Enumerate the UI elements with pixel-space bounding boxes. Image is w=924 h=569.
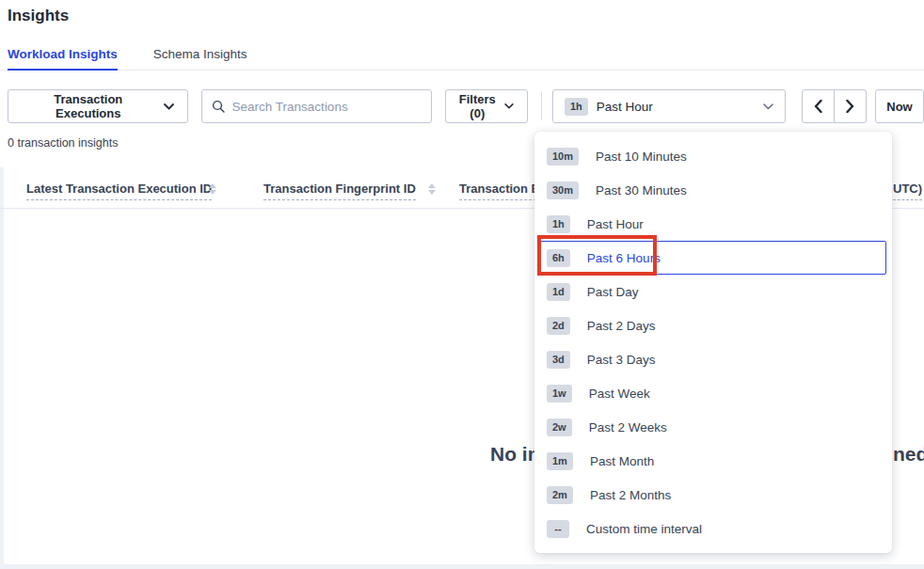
tab-schema-insights[interactable]: Schema Insights [153,41,247,71]
time-interval-option-badge: 2w [547,419,572,436]
column-header-latest-transaction-execution-id[interactable]: Latest Transaction Execution ID [26,182,212,200]
insights-count: 0 transaction insights [8,136,118,150]
page-title: Insights [8,7,69,25]
column-header-utc-truncated[interactable]: UTC) [893,182,922,200]
time-interval-option-6h[interactable]: 6h Past 6 Hours [540,241,886,275]
view-selector-dropdown[interactable]: Transaction Executions [8,89,188,123]
time-interval-option-label: Past 10 Minutes [596,150,687,164]
chevron-left-icon [814,100,822,113]
time-interval-option-10m[interactable]: 10m Past 10 Minutes [540,139,886,173]
time-picker-dropdown[interactable]: 1h Past Hour [552,89,786,123]
time-interval-option-badge: 1m [547,452,573,470]
search-input[interactable] [232,100,422,114]
time-interval-option-badge: 1w [547,385,572,403]
now-button[interactable]: Now [875,89,924,123]
time-interval-option-custom[interactable]: -- Custom time interval [540,512,886,545]
time-interval-option-1h[interactable]: 1h Past Hour [540,207,886,241]
time-interval-option-label: Past Month [590,454,654,468]
time-interval-option-1m[interactable]: 1m Past Month [540,444,886,478]
tab-workload-insights[interactable]: Workload Insights [8,41,118,71]
chevron-right-icon [846,100,854,113]
time-interval-option-2m[interactable]: 2m Past 2 Months [540,478,886,512]
page-edge-strip [0,167,4,569]
time-range-pager [802,89,867,123]
time-interval-option-badge: 6h [547,249,570,267]
time-interval-option-label: Past Hour [587,217,644,231]
time-interval-option-2d[interactable]: 2d Past 2 Days [540,308,886,342]
time-interval-option-badge: 1d [547,283,570,301]
time-interval-option-2w[interactable]: 2w Past 2 Weeks [540,410,886,444]
column-header-transaction-fingerprint-id[interactable]: Transaction Fingerprint ID [263,182,416,200]
view-selector-label: Transaction Executions [22,92,155,120]
page-bottom-strip [0,564,924,569]
time-interval-option-1w[interactable]: 1w Past Week [540,376,886,410]
time-interval-option-30m[interactable]: 30m Past 30 Minutes [540,173,886,207]
column-header-transaction-execution-truncated[interactable]: Transaction Ex [459,182,546,200]
search-icon [212,100,225,113]
time-next-button[interactable] [834,89,867,123]
time-interval-option-label: Past 2 Weeks [589,420,667,435]
time-prev-button[interactable] [802,89,835,123]
time-interval-option-label: Past 30 Minutes [596,183,687,198]
time-interval-option-badge: 30m [547,182,579,199]
toolbar: Transaction Executions Filters (0) 1h Pa… [8,89,924,123]
time-interval-option-label: Past 3 Days [587,353,656,367]
filters-label: Filters (0) [459,92,496,120]
sort-icon[interactable] [428,183,436,195]
time-interval-dropdown-menu: 10m Past 10 Minutes 30m Past 30 Minutes … [534,132,892,553]
search-transactions-box [201,89,432,123]
toolbar-divider [541,92,542,120]
time-interval-option-badge: 2d [547,317,570,335]
chevron-down-icon [763,103,773,110]
time-interval-option-badge: 1h [547,215,570,233]
filters-button[interactable]: Filters (0) [445,89,528,123]
time-interval-option-label: Past Week [589,387,650,401]
empty-state-text-fragment-right: ned. [893,443,924,466]
time-interval-option-badge: 3d [547,351,570,369]
time-interval-label: Past Hour [597,100,653,114]
time-interval-option-label: Past 2 Months [590,488,671,502]
time-interval-option-3d[interactable]: 3d Past 3 Days [540,342,886,376]
time-interval-option-label: Past 2 Days [587,319,656,333]
time-interval-option-badge: 10m [547,148,579,166]
chevron-down-icon [504,103,514,109]
time-interval-option-label: Past Day [587,285,639,299]
tab-bar: Workload Insights Schema Insights [0,41,924,71]
time-interval-option-label: Custom time interval [586,522,702,536]
time-interval-badge: 1h [565,98,588,116]
time-interval-option-badge: -- [547,520,569,538]
time-interval-option-badge: 2m [547,486,573,504]
empty-state-text-fragment-left: No in [490,443,540,466]
time-interval-option-1d[interactable]: 1d Past Day [540,275,886,308]
chevron-down-icon [164,103,174,110]
time-interval-option-label: Past 6 Hours [587,251,661,265]
sort-icon[interactable] [209,183,216,195]
